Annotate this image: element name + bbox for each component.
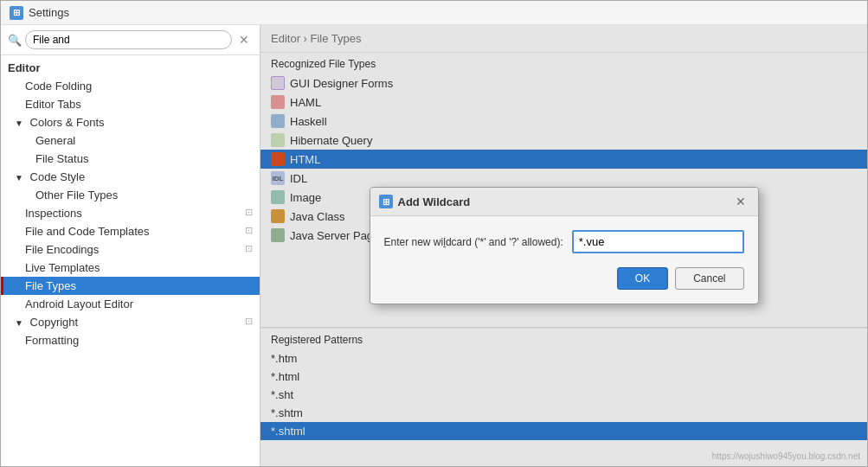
sidebar-item-colors-fonts[interactable]: ▼ Colors & Fonts [1,113,260,131]
search-box: 🔍 ✕ [1,25,260,55]
file-types-label: File Types [25,279,76,292]
add-wildcard-dialog: ⊞ Add Wildcard ✕ Enter new wildcard ('*'… [370,187,759,304]
copyright-arrow: ▼ [15,318,23,328]
sidebar-item-file-code-templates[interactable]: File and Code Templates ⊡ [1,222,260,240]
android-layout-label: Android Layout Editor [25,297,133,310]
other-file-types-label: Other File Types [35,189,118,202]
editor-tabs-label: Editor Tabs [25,98,81,111]
sidebar-item-editor-tabs[interactable]: Editor Tabs [1,95,260,113]
main-content: 🔍 ✕ Editor Code Folding Editor Tabs ▼ Co… [1,25,867,466]
ok-button[interactable]: OK [617,267,668,290]
sidebar: 🔍 ✕ Editor Code Folding Editor Tabs ▼ Co… [1,25,260,466]
dialog-icon: ⊞ [379,195,393,208]
colors-fonts-label: Colors & Fonts [30,116,105,129]
dialog-close-button[interactable]: ✕ [732,193,749,210]
dialog-title-bar: ⊞ Add Wildcard ✕ [370,188,758,216]
wildcard-input[interactable] [572,230,744,253]
inspections-label: Inspections [25,207,82,220]
sidebar-item-code-style[interactable]: ▼ Code Style [1,168,260,186]
copyright-label: Copyright [30,316,79,329]
general-label: General [35,134,75,147]
sidebar-item-general[interactable]: General [1,131,260,150]
sidebar-item-formatting[interactable]: Formatting [1,331,260,349]
copyright-badge: ⊡ [245,316,253,327]
window-title: Settings [29,6,69,19]
search-icon: 🔍 [8,34,22,47]
code-style-arrow: ▼ [15,173,23,182]
editor-label: Editor [8,61,41,74]
dialog-body: Enter new wildcard ('*' and '?' allowed)… [370,216,758,304]
search-input[interactable] [25,30,232,49]
inspections-badge: ⊡ [245,207,253,218]
sidebar-item-android-layout[interactable]: Android Layout Editor [1,295,260,313]
sidebar-item-other-file-types[interactable]: Other File Types [1,186,260,204]
colors-fonts-arrow: ▼ [15,118,23,128]
dialog-title-text: ⊞ Add Wildcard [379,195,471,208]
formatting-label: Formatting [25,334,79,347]
dialog-label: Enter new wildcard ('*' and '?' allowed)… [384,236,563,248]
dialog-buttons: OK Cancel [384,267,744,290]
sidebar-item-copyright[interactable]: ▼ Copyright ⊡ [1,313,260,331]
live-templates-label: Live Templates [25,261,100,274]
sidebar-item-live-templates[interactable]: Live Templates [1,259,260,277]
title-bar: ⊞ Settings [1,1,867,25]
sidebar-item-inspections[interactable]: Inspections ⊡ [1,204,260,222]
sidebar-item-file-status[interactable]: File Status [1,150,260,168]
file-status-label: File Status [35,152,88,165]
file-encodings-badge: ⊡ [245,243,253,254]
right-panel: Editor › File Types Recognized File Type… [260,25,867,466]
sidebar-tree: Editor Code Folding Editor Tabs ▼ Colors… [1,55,260,466]
code-style-label: Code Style [30,170,86,183]
sidebar-item-file-encodings[interactable]: File Encodings ⊡ [1,240,260,259]
dialog-input-row: Enter new wildcard ('*' and '?' allowed)… [384,230,744,253]
file-encodings-label: File Encodings [25,243,99,256]
sidebar-item-code-folding[interactable]: Code Folding [1,77,260,95]
dialog-overlay: ⊞ Add Wildcard ✕ Enter new wildcard ('*'… [260,25,867,466]
sidebar-item-editor[interactable]: Editor [1,59,260,77]
sidebar-item-file-types[interactable]: File Types [1,277,260,295]
app-icon: ⊞ [10,6,23,20]
file-code-templates-badge: ⊡ [245,225,253,236]
code-folding-label: Code Folding [25,80,92,93]
dialog-title-label: Add Wildcard [398,195,471,208]
cancel-button[interactable]: Cancel [675,267,743,290]
file-code-templates-label: File and Code Templates [25,225,150,238]
settings-window: ⊞ Settings 🔍 ✕ Editor Code Folding Edito… [0,0,868,467]
search-clear-button[interactable]: ✕ [235,33,253,47]
